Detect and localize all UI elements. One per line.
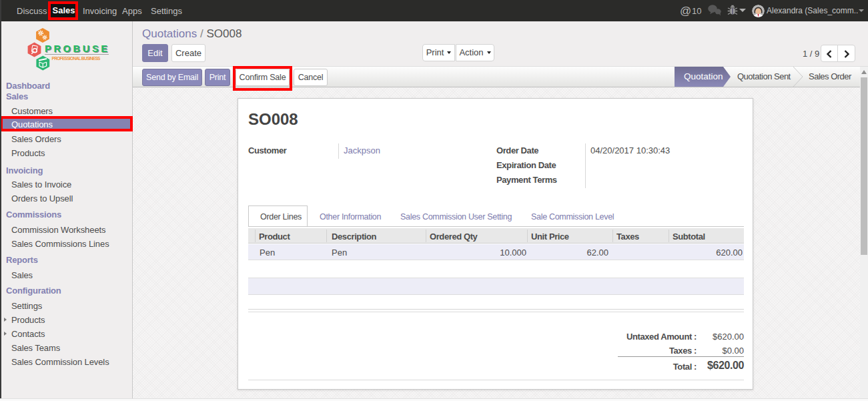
svg-text:PROFESSIONAL BUSINESS: PROFESSIONAL BUSINESS [52,56,101,61]
svg-text:PROBUSE: PROBUSE [45,43,107,54]
